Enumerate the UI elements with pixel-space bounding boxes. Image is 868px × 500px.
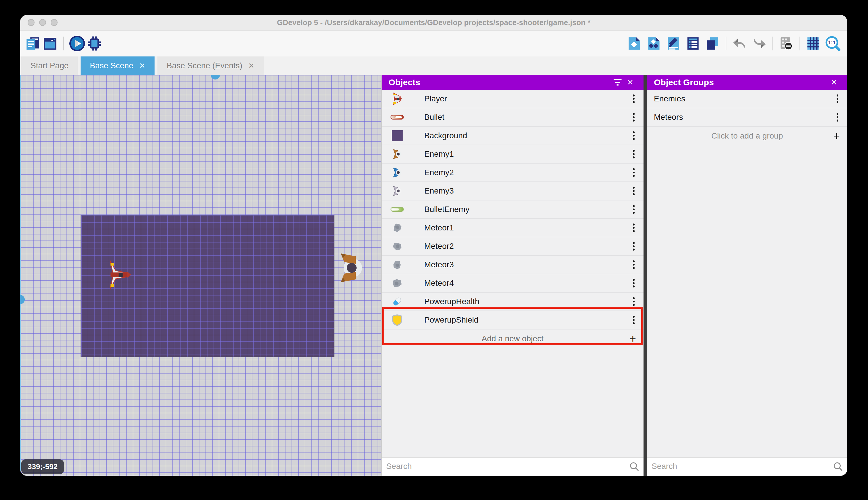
toolbar-separator xyxy=(772,37,773,50)
tab-base-scene[interactable]: Base Scene ✕ xyxy=(81,56,154,75)
objects-panel-header: Objects ✕ xyxy=(382,75,644,90)
object-menu-button[interactable] xyxy=(627,201,640,218)
object-menu-button[interactable] xyxy=(627,293,640,310)
object-row-background[interactable]: Background xyxy=(382,127,644,145)
object-row-meteor2[interactable]: Meteor2 xyxy=(382,237,644,256)
player-ship-instance[interactable] xyxy=(108,259,132,290)
editor-tabbar: Start Page Base Scene ✕ Base Scene (Even… xyxy=(20,56,847,75)
meteor-icon xyxy=(389,275,405,291)
object-menu-button[interactable] xyxy=(627,256,640,274)
bullet-green-icon xyxy=(389,201,405,217)
filter-objects-button[interactable] xyxy=(611,76,624,89)
object-groups-panel: Object Groups ✕ Enemies Meteors Click to… xyxy=(647,75,847,476)
add-group-plus-icon[interactable]: + xyxy=(833,130,840,141)
object-row-enemy1[interactable]: Enemy1 xyxy=(382,145,644,163)
group-row-enemies[interactable]: Enemies xyxy=(647,90,847,108)
layers-button[interactable] xyxy=(704,35,721,52)
object-groups-list: Enemies Meteors Click to add a group + xyxy=(647,90,847,457)
object-menu-button[interactable] xyxy=(627,237,640,255)
object-row-enemy3[interactable]: Enemy3 xyxy=(382,182,644,201)
object-menu-button[interactable] xyxy=(627,311,640,329)
health-pill-icon xyxy=(389,294,405,310)
cursor-coordinates-badge: 339;-592 xyxy=(21,459,64,474)
panel-resize-handle[interactable] xyxy=(644,75,647,476)
object-row-powerupshield[interactable]: PowerupShield xyxy=(382,311,644,329)
object-menu-button[interactable] xyxy=(627,108,640,126)
object-row-bullet[interactable]: Bullet xyxy=(382,108,644,127)
scene-canvas[interactable]: 339;-592 xyxy=(20,75,381,476)
close-tab-icon[interactable]: ✕ xyxy=(139,61,145,70)
add-object-plus-icon[interactable]: + xyxy=(630,333,636,344)
toolbar-separator xyxy=(63,37,64,50)
project-manager-button[interactable] xyxy=(24,35,42,52)
debugger-chip-icon xyxy=(86,35,103,52)
mask-hide-icon xyxy=(779,36,794,51)
object-menu-button[interactable] xyxy=(627,90,640,108)
object-row-enemy2[interactable]: Enemy2 xyxy=(382,163,644,182)
object-row-meteor4[interactable]: Meteor4 xyxy=(382,274,644,293)
object-menu-button[interactable] xyxy=(627,274,640,292)
toolbar-separator xyxy=(799,37,800,50)
grid-button[interactable] xyxy=(805,35,822,52)
zoom-original-button[interactable]: 1:1 xyxy=(824,35,842,52)
window-icon xyxy=(43,36,58,51)
debug-button[interactable] xyxy=(86,35,103,52)
object-row-player[interactable]: Player xyxy=(382,90,644,108)
add-object-button[interactable] xyxy=(626,35,643,52)
object-groups-button[interactable] xyxy=(645,35,662,52)
player-ship-icon xyxy=(389,91,405,107)
object-row-bulletenemy[interactable]: BulletEnemy xyxy=(382,201,644,219)
edit-scene-properties-button[interactable] xyxy=(665,35,682,52)
object-icon xyxy=(627,36,642,51)
objects-search-input[interactable] xyxy=(386,462,626,471)
object-menu-button[interactable] xyxy=(627,163,640,181)
canvas-left-scrollbar[interactable] xyxy=(20,75,21,476)
instances-list-button[interactable] xyxy=(684,35,702,52)
object-menu-button[interactable] xyxy=(627,127,640,145)
redo-button[interactable] xyxy=(751,35,768,52)
enemy-ship-instance[interactable] xyxy=(337,251,364,285)
object-menu-button[interactable] xyxy=(627,219,640,237)
object-menu-button[interactable] xyxy=(627,145,640,163)
shield-icon xyxy=(389,312,405,328)
add-object-row[interactable]: Add a new object + xyxy=(382,329,644,348)
play-preview-button[interactable] xyxy=(69,35,86,52)
canvas-left-scroll-thumb[interactable] xyxy=(20,295,25,304)
instances-list-icon xyxy=(685,36,701,51)
group-menu-button[interactable] xyxy=(831,90,844,108)
tab-start-page[interactable]: Start Page xyxy=(21,56,78,75)
close-tab-icon[interactable]: ✕ xyxy=(248,61,255,70)
tab-base-scene-events[interactable]: Base Scene (Events) ✕ xyxy=(157,56,263,75)
enemy-ship-brown-icon xyxy=(389,146,405,162)
titlebar: GDevelop 5 - /Users/dkarakay/Documents/G… xyxy=(20,15,847,31)
redo-icon xyxy=(752,36,767,51)
zoom-1-1-icon: 1:1 xyxy=(825,35,841,52)
object-menu-button[interactable] xyxy=(627,182,640,200)
minimize-window-button[interactable] xyxy=(39,19,46,26)
close-object-groups-panel-button[interactable]: ✕ xyxy=(828,76,840,89)
undo-button[interactable] xyxy=(731,35,748,52)
canvas-top-scroll-thumb[interactable] xyxy=(211,75,220,79)
group-row-meteors[interactable]: Meteors xyxy=(647,108,847,127)
object-row-meteor1[interactable]: Meteor1 xyxy=(382,219,644,237)
start-page-button[interactable] xyxy=(42,35,59,52)
object-groups-panel-title: Object Groups xyxy=(654,78,828,87)
layers-icon xyxy=(705,36,720,51)
window-title: GDevelop 5 - /Users/dkarakay/Documents/G… xyxy=(277,18,590,27)
enemy-ship-blue-icon xyxy=(389,164,405,181)
render-options-button[interactable] xyxy=(778,35,795,52)
edit-pencil-icon xyxy=(666,36,681,51)
filter-icon xyxy=(613,79,622,86)
project-manager-icon xyxy=(25,36,40,51)
object-row-meteor3[interactable]: Meteor3 xyxy=(382,256,644,274)
group-menu-button[interactable] xyxy=(831,108,844,126)
background-tile-icon xyxy=(389,128,405,144)
object-row-powenruphealth[interactable]: PowerupHealth xyxy=(382,293,644,311)
bullet-icon xyxy=(389,109,405,125)
add-group-row[interactable]: Click to add a group + xyxy=(647,127,847,145)
object-groups-search-input[interactable] xyxy=(652,462,830,471)
close-window-button[interactable] xyxy=(28,19,35,26)
close-objects-panel-button[interactable]: ✕ xyxy=(624,76,637,89)
grid-icon xyxy=(806,36,821,51)
zoom-window-button[interactable] xyxy=(51,19,58,26)
